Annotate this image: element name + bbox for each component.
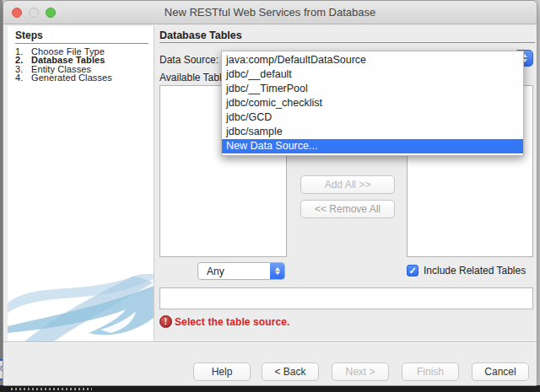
page-title-underline (159, 42, 535, 43)
include-related-label: Include Related Tables (424, 265, 526, 277)
data-source-dropdown: java:comp/DefaultDataSource jdbc/__defau… (221, 51, 524, 156)
titlebar[interactable]: New RESTful Web Services from Database (3, 1, 537, 24)
wizard-watermark-graphic (8, 274, 154, 341)
table-filter-combo[interactable]: Any (197, 262, 285, 280)
step-generated-classes: 4. Generated Classes (15, 73, 112, 82)
chevron-up-icon (275, 267, 280, 271)
page-title: Database Tables (159, 30, 242, 41)
error-text: Select the table source. (175, 316, 289, 328)
checkmark-icon: ✓ (408, 266, 416, 276)
dropdown-item-jdbc-timerpool[interactable]: jdbc/__TimerPool (222, 82, 523, 96)
background-window-dots (11, 388, 92, 390)
step-label: Generated Classes (31, 73, 112, 82)
dropdown-item-jdbc-default[interactable]: jdbc/__default (222, 67, 523, 82)
wizard-dialog: New RESTful Web Services from Database S… (3, 0, 537, 386)
steps-header: Steps (15, 30, 43, 41)
next-button[interactable]: Next > (332, 362, 389, 381)
background-window-strip (0, 385, 540, 392)
chevron-down-icon (275, 271, 280, 275)
dropdown-item-default-datasource[interactable]: java:comp/DefaultDataSource (222, 53, 523, 67)
dropdown-item-jdbc-gcd[interactable]: jdbc/GCD (222, 110, 523, 125)
footer-separator (3, 341, 537, 342)
finish-button[interactable]: Finish (402, 362, 459, 381)
table-source-field[interactable] (159, 287, 533, 309)
dropdown-item-jdbc-sample[interactable]: jdbc/sample (222, 125, 523, 139)
data-source-label: Data Source: (159, 54, 219, 66)
remove-all-button[interactable]: << Remove All (300, 200, 395, 218)
window-title: New RESTful Web Services from Database (3, 6, 537, 19)
help-button[interactable]: Help (193, 362, 251, 381)
dropdown-item-jdbc-comic-checklist[interactable]: jdbc/comic_checklist (222, 96, 523, 110)
add-all-button[interactable]: Add All >> (300, 175, 395, 194)
error-icon: ! (159, 315, 172, 328)
back-button[interactable]: < Back (262, 362, 319, 381)
table-filter-combo-stepper[interactable] (270, 263, 284, 279)
steps-list: 1. Choose File Type 2. Database Tables 3… (15, 47, 112, 83)
table-filter-value: Any (207, 266, 224, 277)
desktop-background: c New RESTful Web Services from Database… (0, 0, 540, 392)
error-message-row: ! Select the table source. (159, 315, 289, 328)
cancel-button[interactable]: Cancel (472, 362, 529, 381)
steps-underline (15, 43, 148, 44)
dropdown-item-new-data-source[interactable]: New Data Source... (222, 139, 523, 153)
include-related-checkbox[interactable]: ✓ (407, 265, 418, 277)
steps-sidebar: Steps 1. Choose File Type 2. Database Ta… (8, 26, 154, 341)
